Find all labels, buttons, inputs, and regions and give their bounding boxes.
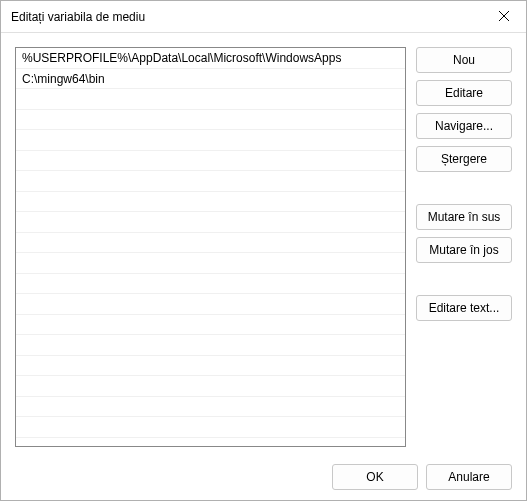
list-item-empty[interactable] [16, 171, 405, 192]
cancel-button[interactable]: Anulare [426, 464, 512, 490]
list-item-empty[interactable] [16, 315, 405, 336]
list-item[interactable]: C:\mingw64\bin [16, 69, 405, 90]
list-item-empty[interactable] [16, 356, 405, 377]
button-gap [416, 270, 512, 288]
list-item-empty[interactable] [16, 294, 405, 315]
list-item-empty[interactable] [16, 417, 405, 438]
dialog-footer: OK Anulare [15, 450, 512, 490]
button-gap [416, 179, 512, 197]
list-item-empty[interactable] [16, 89, 405, 110]
list-item-empty[interactable] [16, 397, 405, 418]
move-down-button[interactable]: Mutare în jos [416, 237, 512, 263]
list-item-empty[interactable] [16, 274, 405, 295]
close-button[interactable] [482, 2, 526, 32]
window-title: Editați variabila de mediu [11, 10, 145, 24]
edit-button[interactable]: Editare [416, 80, 512, 106]
list-item-empty[interactable] [16, 335, 405, 356]
browse-button[interactable]: Navigare... [416, 113, 512, 139]
move-up-button[interactable]: Mutare în sus [416, 204, 512, 230]
list-item-empty[interactable] [16, 212, 405, 233]
edit-text-button[interactable]: Editare text... [416, 295, 512, 321]
list-item-empty[interactable] [16, 253, 405, 274]
main-row: %USERPROFILE%\AppData\Local\Microsoft\Wi… [15, 47, 512, 450]
list-item-empty[interactable] [16, 376, 405, 397]
new-button[interactable]: Nou [416, 47, 512, 73]
list-item-empty[interactable] [16, 130, 405, 151]
list-item-empty[interactable] [16, 192, 405, 213]
list-item-empty[interactable] [16, 233, 405, 254]
dialog-content: %USERPROFILE%\AppData\Local\Microsoft\Wi… [1, 33, 526, 500]
env-var-dialog: Editați variabila de mediu %USERPROFILE%… [0, 0, 527, 501]
button-column: Nou Editare Navigare... Ștergere Mutare … [416, 47, 512, 450]
path-listbox[interactable]: %USERPROFILE%\AppData\Local\Microsoft\Wi… [15, 47, 406, 447]
delete-button[interactable]: Ștergere [416, 146, 512, 172]
close-icon [499, 10, 509, 24]
titlebar: Editați variabila de mediu [1, 1, 526, 33]
ok-button[interactable]: OK [332, 464, 418, 490]
list-item-empty[interactable] [16, 110, 405, 131]
list-item-empty[interactable] [16, 151, 405, 172]
list-item[interactable]: %USERPROFILE%\AppData\Local\Microsoft\Wi… [16, 48, 405, 69]
